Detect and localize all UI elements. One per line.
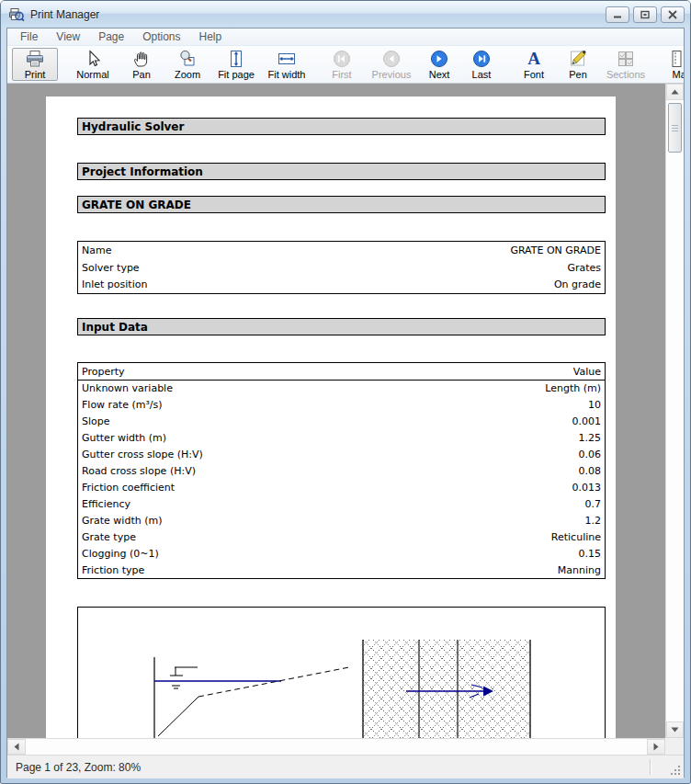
fit-width-icon: [277, 49, 297, 69]
gutter-slope-line: [158, 697, 198, 736]
scroll-up-button[interactable]: [666, 84, 684, 100]
print-button[interactable]: Print: [12, 48, 58, 81]
column-property: Property: [78, 363, 431, 381]
info-label: Inlet position: [78, 277, 303, 294]
nav-last-icon: [471, 49, 492, 69]
value-cell: 0.08: [431, 463, 606, 480]
print-button-label: Print: [25, 69, 46, 80]
fit-page-icon: [226, 49, 246, 69]
section-header-grate-on-grade: GRATE ON GRADE: [77, 196, 606, 213]
table-row: Flow rate (m³/s) 10: [78, 397, 606, 414]
property-cell: Efficiency: [78, 496, 431, 513]
property-cell: Clogging (0~1): [78, 546, 431, 562]
statusbar: Page 1 of 23, Zoom: 80%: [7, 755, 684, 778]
last-page-button[interactable]: Last: [460, 48, 503, 81]
table-row: Name GRATE ON GRADE: [78, 242, 606, 259]
table-row: Clogging (0~1) 0.15: [78, 546, 606, 562]
water-level-symbol: [170, 667, 198, 688]
input-data-table: Property Value Unknown variable Length (…: [77, 362, 606, 579]
property-cell: Grate width (m): [78, 513, 431, 529]
minimize-button[interactable]: [606, 6, 629, 23]
value-cell: 1.2: [431, 513, 606, 529]
margins-button[interactable]: Mar: [653, 48, 684, 81]
table-row: Unknown variable Length (m): [78, 381, 606, 397]
project-info-table: Name GRATE ON GRADE Solver type Grates: [77, 241, 606, 294]
print-manager-app-icon: [8, 7, 25, 22]
menu-file[interactable]: File: [11, 29, 47, 44]
property-cell: Unknown variable: [78, 381, 431, 397]
value-cell: 10: [431, 397, 606, 414]
arrow-right-icon: [653, 743, 659, 751]
viewport-row: Hydraulic Solver Project Information GRA…: [7, 84, 684, 738]
hscroll-row: [7, 738, 684, 755]
table-row: Slope 0.001: [78, 414, 606, 430]
figure-box: [77, 607, 606, 738]
table-row: Friction type Manning: [78, 562, 606, 579]
scroll-right-button[interactable]: [647, 739, 665, 755]
maximize-button[interactable]: [633, 6, 657, 23]
info-value: Grates: [303, 259, 606, 277]
table-row: Grate type Reticuline: [78, 529, 606, 546]
vertical-scrollbar[interactable]: [665, 84, 684, 738]
magnifier-icon: [177, 49, 198, 69]
menu-help[interactable]: Help: [190, 29, 232, 44]
property-cell: Road cross slope (H:V): [78, 463, 431, 480]
preview-page: Hydraulic Solver Project Information GRA…: [46, 97, 616, 738]
table-row: Grate width (m) 1.2: [78, 513, 606, 529]
column-value: Value: [431, 363, 606, 381]
menu-view[interactable]: View: [47, 29, 89, 44]
fit-width-button[interactable]: Fit width: [262, 48, 312, 81]
printer-icon: [25, 49, 45, 69]
maximize-icon: [640, 10, 651, 19]
pan-button[interactable]: Pan: [120, 48, 163, 81]
normal-button[interactable]: Normal: [67, 48, 119, 81]
value-cell: 0.06: [431, 447, 606, 463]
info-value: On grade: [303, 277, 606, 294]
scroll-left-button[interactable]: [7, 739, 26, 755]
titlebar[interactable]: Print Manager: [1, 1, 690, 28]
property-cell: Gutter width (m): [78, 430, 431, 447]
scroll-down-button[interactable]: [666, 722, 684, 738]
next-page-button[interactable]: Next: [420, 48, 459, 81]
arrow-up-icon: [671, 89, 679, 95]
arrow-left-icon: [14, 743, 19, 751]
value-cell: 1.25: [431, 430, 606, 447]
section-header-hydraulic-solver: Hydraulic Solver: [77, 118, 606, 135]
menu-options[interactable]: Options: [133, 29, 189, 44]
window-controls: [606, 6, 685, 23]
table-row: Road cross slope (H:V) 0.08: [78, 463, 606, 480]
print-preview-area[interactable]: Hydraulic Solver Project Information GRA…: [7, 84, 665, 738]
table-row: Friction coefficient 0.013: [78, 480, 606, 496]
sections-button: Sections: [600, 48, 651, 81]
status-text: Page 1 of 23, Zoom: 80%: [16, 761, 141, 774]
sections-icon: [616, 49, 636, 69]
minimize-icon: [612, 10, 623, 19]
pen-button[interactable]: Pen: [558, 48, 598, 81]
property-cell: Grate type: [78, 529, 431, 546]
margins-icon: [671, 49, 684, 69]
font-button[interactable]: A Font: [512, 48, 556, 81]
property-cell: Friction coefficient: [78, 480, 431, 496]
resize-grip[interactable]: [670, 765, 682, 777]
table-row: Gutter cross slope (H:V) 0.06: [78, 447, 606, 463]
value-cell: Length (m): [431, 381, 606, 397]
table-row: Solver type Grates: [78, 259, 606, 277]
table-row: Inlet position On grade: [78, 277, 606, 294]
horizontal-scrollbar[interactable]: [7, 738, 665, 755]
info-label: Name: [78, 242, 303, 259]
first-page-button: First: [321, 48, 363, 81]
property-cell: Slope: [78, 414, 431, 430]
close-button[interactable]: [661, 6, 685, 23]
section-header-project-information: Project Information: [77, 163, 606, 180]
hand-icon: [131, 49, 152, 69]
horizontal-scrollbar-track[interactable]: [26, 739, 647, 755]
menu-page[interactable]: Page: [89, 29, 133, 44]
vertical-scrollbar-thumb[interactable]: [668, 103, 682, 153]
zoom-button[interactable]: Zoom: [164, 48, 210, 81]
road-slope-dashed-line: [198, 667, 349, 697]
fit-page-button[interactable]: Fit page: [212, 48, 260, 81]
info-label: Solver type: [78, 259, 303, 277]
value-cell: 0.001: [431, 414, 606, 430]
value-cell: Manning: [431, 562, 606, 579]
table-row: Efficiency 0.7: [78, 496, 606, 513]
